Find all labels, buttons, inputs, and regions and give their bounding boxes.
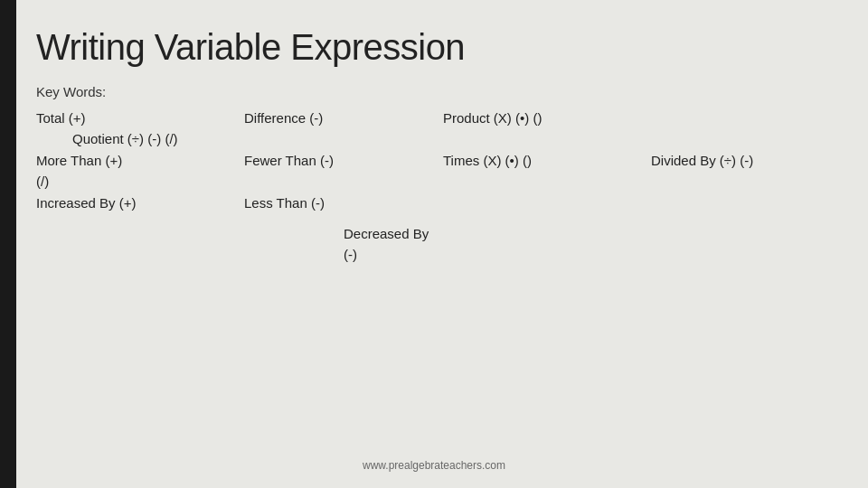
- cell-3-2: Less Than (-): [244, 193, 443, 214]
- page-title: Writing Variable Expression: [36, 27, 850, 68]
- table-row-3: Increased By (+) Less Than (-): [36, 193, 850, 222]
- black-bar: [0, 0, 16, 488]
- cell-3-1: Increased By (+): [36, 193, 244, 214]
- main-content: Writing Variable Expression Key Words: T…: [36, 27, 850, 470]
- key-words-label: Key Words:: [36, 84, 850, 99]
- cell-1-3: Product (X) (•) (): [443, 108, 651, 129]
- cell-2-1: More Than (+) (/): [36, 151, 244, 192]
- footer-url: www.prealgebrateachers.com: [363, 459, 505, 472]
- cell-4-2: Decreased By (-): [244, 224, 443, 265]
- table-row-4: Decreased By (-): [36, 224, 850, 265]
- table-row-1: Total (+) Quotient (÷) (-) (/) Differenc…: [36, 108, 850, 149]
- cell-2-2: Fewer Than (-): [244, 151, 443, 172]
- cell-2-3: Times (X) (•) (): [443, 151, 651, 172]
- cell-1-1: Total (+) Quotient (÷) (-) (/): [36, 108, 244, 149]
- cell-1-2: Difference (-): [244, 108, 443, 129]
- cell-2-4: Divided By (÷) (-): [651, 151, 832, 172]
- table-row-2: More Than (+) (/) Fewer Than (-) Times (…: [36, 151, 850, 192]
- keywords-table: Total (+) Quotient (÷) (-) (/) Differenc…: [36, 108, 850, 265]
